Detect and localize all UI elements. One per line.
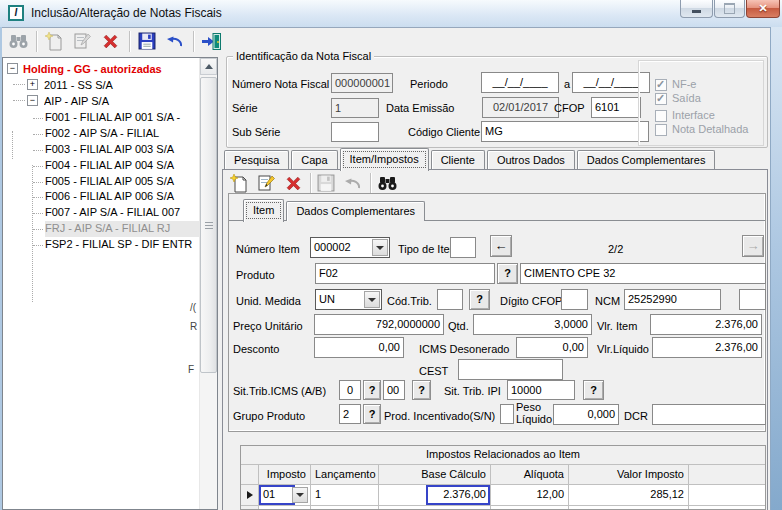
- dcr-field[interactable]: [652, 404, 766, 425]
- tab-capa[interactable]: Capa: [291, 150, 337, 170]
- tree-expander-expand[interactable]: +: [27, 79, 38, 90]
- item-new-button[interactable]: [227, 171, 251, 195]
- peso-liquido-field[interactable]: 0,000: [553, 404, 619, 425]
- exit-button[interactable]: [199, 29, 223, 53]
- tree-node-aip[interactable]: AIP - AIP S/A: [44, 94, 199, 110]
- sit-icms-a-lookup-button[interactable]: ?: [363, 380, 381, 400]
- text-fragment: /(: [190, 302, 196, 313]
- aliquota-cell[interactable]: 12,00: [491, 485, 569, 505]
- tree-node-f001[interactable]: F001 - FILIAL AIP 001 S/A -: [45, 110, 199, 126]
- lancamento-cell[interactable]: 1: [311, 485, 379, 505]
- serie-field[interactable]: 1: [331, 98, 379, 118]
- tree-connector: [12, 131, 14, 159]
- data-emissao-label: Data Emissão: [386, 101, 454, 115]
- vlr-liquido-field[interactable]: 2.376,00: [652, 337, 762, 358]
- grupo-produto-field[interactable]: 2: [339, 404, 361, 424]
- checkbox-checked-icon: [655, 93, 667, 105]
- item-delete-button[interactable]: [281, 171, 305, 195]
- item-edit-button[interactable]: [254, 171, 278, 195]
- tab-pesquisa[interactable]: Pesquisa: [224, 150, 289, 170]
- periodo-from-field[interactable]: __/__/____: [481, 72, 559, 93]
- sub-serie-field[interactable]: [331, 122, 379, 142]
- preco-unitario-field[interactable]: 792,0000000: [314, 314, 444, 335]
- tree-expander-collapse[interactable]: −: [7, 63, 18, 74]
- sit-icms-a-field[interactable]: 0: [339, 380, 361, 400]
- produto-desc-field[interactable]: CIMENTO CPE 32: [520, 263, 766, 284]
- edit-button: [70, 29, 94, 53]
- periodo-conjunction: a: [564, 77, 570, 91]
- checkbox-unchecked-icon: [655, 110, 667, 122]
- sit-icms-b-lookup-button[interactable]: ?: [412, 380, 431, 400]
- ncm-field[interactable]: 25252990: [624, 289, 721, 310]
- tree-node-f004[interactable]: F004 - FILIAL AIP 004 S/A: [45, 158, 199, 174]
- tree-node-f005[interactable]: F005 - FILIAL AIP 005 S/A: [45, 174, 199, 190]
- digito-cfop-field[interactable]: [561, 289, 588, 310]
- produto-code-field[interactable]: F02: [315, 263, 495, 284]
- tree-node-2011[interactable]: 2011 - SS S/A: [44, 78, 199, 94]
- cfop-field[interactable]: 6101: [591, 97, 641, 118]
- dropdown-button[interactable]: [364, 291, 380, 308]
- tab-dados-complementares[interactable]: Dados Complementares: [577, 150, 716, 170]
- tab-cliente[interactable]: Cliente: [431, 150, 485, 170]
- cod-trib-lookup-button[interactable]: ?: [469, 289, 490, 310]
- minimize-button[interactable]: [680, 0, 713, 18]
- tab-outros-dados[interactable]: Outros Dados: [487, 150, 575, 170]
- sit-ipi-lookup-button[interactable]: ?: [583, 380, 604, 400]
- sit-trib-ipi-label: Sit. Trib. IPI: [444, 384, 501, 398]
- imposto-editor[interactable]: 01: [259, 485, 295, 505]
- tree-node-holding[interactable]: Holding - GG - autorizadas: [23, 62, 199, 78]
- vlr-item-field[interactable]: 2.376,00: [650, 314, 762, 335]
- sub-serie-label: Sub Série: [232, 125, 280, 139]
- tipo-item-field[interactable]: [450, 237, 476, 258]
- undo-button[interactable]: [163, 29, 187, 53]
- exit-door-icon: [201, 32, 222, 51]
- tree-node-f003[interactable]: F003 - FILIAL AIP 003 S/A: [45, 142, 199, 158]
- data-emissao-field[interactable]: 02/01/2017: [482, 97, 559, 118]
- tree-node-f007[interactable]: F007 - AIP S/A - FILIAL 007: [45, 205, 199, 221]
- unid-medida-combo[interactable]: UN: [315, 289, 382, 310]
- codigo-cliente-field[interactable]: MG: [481, 121, 649, 142]
- tree-node-f006[interactable]: F006 - FILIAL AIP 006 S/A: [45, 189, 199, 205]
- desconto-field[interactable]: 0,00: [314, 337, 404, 358]
- tree-node-f002[interactable]: F002 - AIP S/A - FILIAL: [45, 126, 199, 142]
- cod-trib-field[interactable]: [437, 289, 463, 310]
- sit-ipi-field[interactable]: 10000: [507, 380, 575, 400]
- filler-cell: [689, 485, 765, 505]
- tab-item[interactable]: Item: [243, 199, 284, 222]
- dropdown-button[interactable]: [372, 239, 388, 256]
- tab-item-impostos[interactable]: Item/Impostos: [340, 148, 429, 171]
- imposto-cell[interactable]: 01: [259, 485, 311, 505]
- scrollbar-thumb[interactable]: [200, 77, 217, 373]
- prev-item-button[interactable]: ←: [490, 235, 512, 257]
- new-button: [42, 29, 66, 53]
- ncm-extra-field[interactable]: [739, 289, 766, 310]
- produto-lookup-button[interactable]: ?: [497, 263, 518, 284]
- grid-selector-header: [241, 465, 259, 484]
- scrollbar-up-button[interactable]: [200, 58, 217, 75]
- qtd-field[interactable]: 3,0000: [473, 314, 592, 335]
- tree-scrollbar[interactable]: [199, 58, 217, 509]
- sit-icms-b-field[interactable]: 00: [383, 380, 405, 400]
- toolbar-separator: [129, 31, 131, 52]
- base-calculo-editor[interactable]: 2.376,00: [426, 485, 490, 505]
- dropdown-button[interactable]: [292, 487, 308, 503]
- numero-item-combo[interactable]: 000002: [310, 237, 390, 258]
- toolbar-separator: [36, 31, 38, 52]
- grupo-produto-lookup-button[interactable]: ?: [363, 404, 381, 424]
- close-button[interactable]: ✕: [746, 0, 780, 18]
- base-calculo-cell[interactable]: 2.376,00: [379, 485, 491, 505]
- numero-nota-field[interactable]: 000000001: [331, 73, 393, 93]
- delete-button[interactable]: [98, 29, 122, 53]
- tree-node-frj-selected[interactable]: FRJ - AIP S/A - FILIAL RJ: [45, 221, 199, 237]
- digito-cfop-label: Dígito CFOP: [500, 294, 562, 308]
- item-find-button[interactable]: [375, 171, 399, 195]
- tree-expander-collapse[interactable]: −: [27, 95, 38, 106]
- tree-node-fsp2[interactable]: FSP2 - FILIAL SP - DIF ENTR: [45, 237, 199, 253]
- save-button[interactable]: [135, 29, 159, 53]
- tab-item-dados-complementares[interactable]: Dados Complementares: [286, 201, 425, 221]
- cest-field[interactable]: [458, 359, 563, 380]
- icms-desonerado-field[interactable]: 0,00: [516, 337, 588, 358]
- prod-incentivado-field[interactable]: [500, 404, 514, 424]
- valor-imposto-cell[interactable]: 285,12: [569, 485, 689, 505]
- minimize-icon: [692, 10, 701, 13]
